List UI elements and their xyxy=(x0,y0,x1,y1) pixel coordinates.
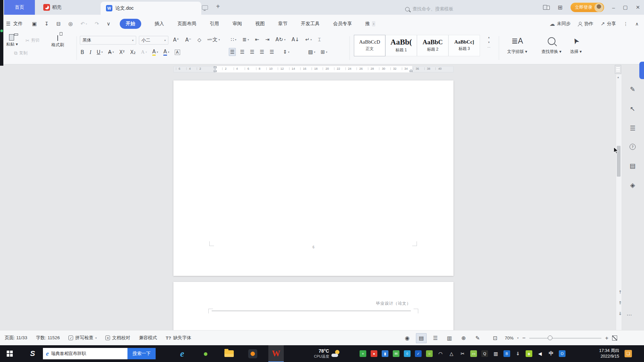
taskbar-explorer-icon[interactable] xyxy=(221,345,237,362)
pinyin-guide-icon[interactable]: wén文▾ xyxy=(206,36,221,44)
pointer-tool-icon[interactable]: ↖ xyxy=(629,104,637,113)
menu-tab[interactable]: 推› xyxy=(365,19,375,29)
cut-button[interactable]: ✂ 剪切 xyxy=(25,38,40,43)
remote-monitor-icon[interactable] xyxy=(202,5,208,10)
help-icon[interactable]: ? xyxy=(628,143,637,151)
justify-icon[interactable]: ☰ xyxy=(258,48,265,56)
tray-usb-drive-icon[interactable]: ▮ xyxy=(382,350,388,357)
wrap-mark-icon[interactable]: ↵▾ xyxy=(304,36,313,44)
scroll-up-arrow[interactable]: ▲ xyxy=(617,76,620,79)
document-page[interactable]: 毕业设计（论文） xyxy=(173,282,453,330)
taskbar-wps-icon[interactable]: W xyxy=(268,345,284,362)
superscript-icon[interactable]: X² xyxy=(118,48,126,56)
menu-tab[interactable]: 审阅 xyxy=(232,19,242,29)
undo-icon[interactable]: ↶▾ xyxy=(79,20,89,28)
compatibility-mode[interactable]: 兼容模式 xyxy=(139,335,157,341)
taskbar-game-icon[interactable] xyxy=(245,345,260,362)
tray-volume-icon[interactable]: ◀ xyxy=(537,350,543,357)
taskbar-browser360-icon[interactable]: ● xyxy=(198,345,213,362)
zoom-in-button[interactable]: + xyxy=(605,335,608,342)
document-page[interactable]: 6 xyxy=(173,80,453,276)
strikethrough-icon[interactable]: A▾ xyxy=(107,48,115,56)
tray-browser-icon[interactable]: ○ xyxy=(426,350,433,357)
ink-annotate-icon[interactable]: ✎ xyxy=(472,333,483,343)
word-count[interactable]: 字数: 11526 xyxy=(36,335,60,341)
more-menu-icon[interactable]: ⋮ xyxy=(624,21,628,26)
prev-page-button[interactable]: ⇑ xyxy=(615,298,625,307)
bullet-list-icon[interactable]: ∷▾ xyxy=(229,36,238,44)
font-size-down-icon[interactable]: A⁻ xyxy=(184,36,193,44)
sync-status-button[interactable]: ☁ 未同步 xyxy=(550,21,571,27)
sort-icon[interactable]: A↓ xyxy=(290,36,301,44)
menu-tab[interactable]: 会员专享 xyxy=(333,19,352,29)
style-item[interactable]: AaBb(标题 1 xyxy=(385,35,417,56)
copy-button[interactable]: ⧉ 复制 xyxy=(14,50,28,56)
print-preview-icon[interactable]: ◎ xyxy=(67,20,74,28)
taskbar-search-button[interactable]: 搜索一下 xyxy=(127,348,156,359)
news-search-widget[interactable]: e 瑞典首相宣布辞职 搜索一下 xyxy=(43,348,156,359)
taskbar-sogou-icon[interactable]: S xyxy=(24,345,41,362)
zoom-slider-track[interactable] xyxy=(529,338,601,339)
outline-view-icon[interactable]: ☰ xyxy=(430,333,441,343)
redo-icon[interactable]: ↷ xyxy=(93,20,100,28)
tray-wechat-icon[interactable]: ✉ xyxy=(393,350,399,357)
format-painter-button[interactable]: 格式刷 xyxy=(47,36,68,48)
tray-ime-icon[interactable]: 中 xyxy=(548,350,554,357)
zoom-out-button[interactable]: − xyxy=(522,335,526,342)
tray-outlook-icon[interactable]: O xyxy=(559,350,566,357)
select-button[interactable]: ➤ 选择 ▾ xyxy=(564,35,588,55)
style-item[interactable]: AaBbCcD正文 xyxy=(354,35,385,56)
increase-indent-icon[interactable]: ⇥ xyxy=(264,36,271,44)
menu-tab[interactable]: 章节 xyxy=(278,19,287,29)
bold-icon[interactable]: B xyxy=(79,48,86,56)
share-button[interactable]: ↗ 分享 xyxy=(601,21,616,27)
tray-qq-icon[interactable]: Q xyxy=(481,350,488,357)
float-more-button[interactable]: ⋯ xyxy=(627,312,632,318)
hamburger-icon[interactable]: ☰ xyxy=(6,21,10,27)
menu-tab[interactable]: 引用 xyxy=(210,19,219,29)
align-right-icon[interactable]: ☰ xyxy=(249,48,256,56)
font-size-up-icon[interactable]: A⁺ xyxy=(172,36,180,44)
text-effects-icon[interactable]: A▾ xyxy=(140,48,148,56)
side-panel-flag[interactable] xyxy=(639,62,644,79)
command-search-box[interactable]: 查找命令、搜索模板 xyxy=(402,4,513,14)
menu-tab[interactable]: 开始 xyxy=(120,19,141,29)
navigation-icon[interactable]: ◈ xyxy=(629,180,637,190)
style-item[interactable]: AaBbC标题 2 xyxy=(417,35,448,56)
print-icon[interactable]: ⊟ xyxy=(55,20,62,28)
tray-shield-teal-icon[interactable]: ◊ xyxy=(404,350,411,357)
tray-launcher-icon[interactable]: △ xyxy=(448,350,455,357)
tab-docer[interactable]: 稻壳 xyxy=(36,0,69,15)
tab-home[interactable]: 首页 xyxy=(4,0,35,15)
tab-document[interactable]: W 论文.doc xyxy=(101,2,201,15)
tray-pc-manager-icon[interactable]: + xyxy=(360,350,366,357)
subscript-icon[interactable]: X₂ xyxy=(129,48,137,56)
more-commands-icon[interactable]: ∨ xyxy=(105,20,112,28)
menu-tab[interactable]: 页面布局 xyxy=(177,19,196,29)
page-view-icon[interactable]: ▤ xyxy=(416,333,427,343)
text-direction-icon[interactable]: A↻▾ xyxy=(274,36,287,44)
missing-font-warning[interactable]: T? 缺失字体 xyxy=(166,335,191,341)
tray-folder-icon[interactable]: ▭ xyxy=(470,350,477,357)
start-button[interactable] xyxy=(0,345,19,362)
paste-button[interactable]: 粘贴 ▾ xyxy=(2,35,22,47)
text-layout-button[interactable]: ≣A 文字排版 ▾ xyxy=(501,35,533,55)
save-icon[interactable]: ▣ xyxy=(31,20,38,28)
zoom-dropdown-icon[interactable]: ▾ xyxy=(517,337,519,340)
menu-tab[interactable]: 开发工具 xyxy=(301,19,320,29)
login-button[interactable]: 立即登录 xyxy=(571,3,604,12)
underline-icon[interactable]: U▾ xyxy=(95,48,104,56)
numbered-list-icon[interactable]: ≣▾ xyxy=(241,36,251,44)
proofing-toggle[interactable]: ✕ 文档校对 xyxy=(105,335,130,341)
spellcheck-toggle[interactable]: ✓ 拼写检查 ▾ xyxy=(68,335,97,341)
restore-button[interactable]: ▢ xyxy=(623,4,628,10)
collapse-ribbon-icon[interactable]: ∧ xyxy=(635,21,639,26)
align-center-icon[interactable]: ☰ xyxy=(238,48,246,56)
zoom-slider-thumb[interactable] xyxy=(548,336,552,340)
ocr-translate-icon[interactable]: ▤ xyxy=(628,161,637,170)
web-view-icon[interactable]: ⊕ xyxy=(458,333,469,343)
shading-icon[interactable]: ▨▾ xyxy=(307,48,317,56)
style-item[interactable]: AaBbCc]标题 3 xyxy=(448,35,480,56)
char-width-icon[interactable]: ⌶ xyxy=(317,36,322,44)
tray-nutstore-icon[interactable]: ◈ xyxy=(526,350,532,357)
